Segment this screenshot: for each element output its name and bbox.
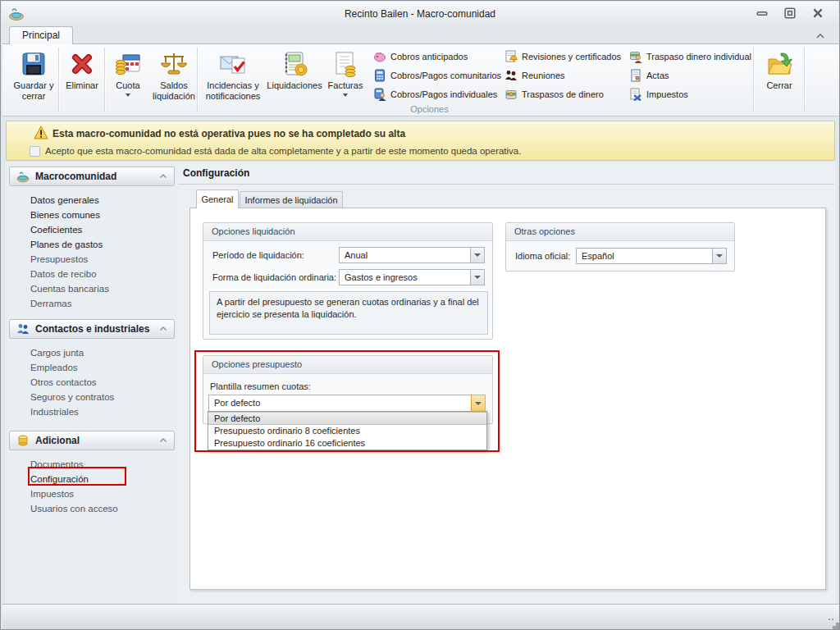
dropdown-button[interactable] — [712, 249, 726, 263]
ribbon-tabstrip: Principal — [2, 26, 838, 43]
sidebar-item-presupuestos[interactable]: Presupuestos — [6, 252, 178, 267]
reuniones-button[interactable]: Reuniones — [504, 68, 565, 83]
cobros-pagos-comunitarios-label: Cobros/Pagos comunitarios — [390, 71, 501, 80]
ribbon-separator — [804, 48, 805, 112]
sidebar-item-cuentas-bancarias[interactable]: Cuentas bancarias — [6, 281, 178, 296]
ribbon: Guardar y cerrar Eliminar Cuota Saldos l… — [2, 43, 839, 116]
minimize-button[interactable] — [755, 7, 769, 19]
cobros-pagos-individuales-button[interactable]: Cobros/Pagos individuales — [373, 87, 497, 102]
reuniones-label: Reuniones — [522, 71, 565, 80]
cobros-pagos-comunitarios-button[interactable]: Cobros/Pagos comunitarios — [373, 68, 501, 83]
sidebar-item-datos-generales[interactable]: Datos generales — [6, 193, 178, 208]
cobros-pagos-individuales-label: Cobros/Pagos individuales — [390, 89, 497, 99]
periodo-liquidacion-label: Período de liquidación: — [212, 250, 304, 260]
cerrar-label: Cerrar — [766, 80, 792, 91]
plantilla-resumen-cuotas-label: Plantilla resumen cuotas: — [210, 381, 311, 391]
calculator-person-icon — [373, 88, 386, 101]
periodo-liquidacion-select[interactable]: Anual — [339, 247, 485, 263]
dropdown-button[interactable] — [470, 248, 484, 262]
sidebar-item-seguros-y-contratos[interactable]: Seguros y contratos — [6, 390, 178, 404]
sidebar-section-macrocomunidad[interactable]: Macrocomunidad — [9, 167, 175, 186]
sidebar-item-cargos-junta[interactable]: Cargos junta — [6, 345, 178, 360]
warning-banner: Esta macro-comunidad no está operativa p… — [6, 121, 835, 161]
chevron-up-icon — [159, 437, 167, 444]
incidencias-label: Incidencias y notificaciones — [201, 80, 265, 102]
save-close-button[interactable]: Guardar y cerrar — [11, 47, 57, 114]
plantilla-resumen-cuotas-select[interactable]: Por defecto — [208, 395, 486, 412]
ribbon-collapse-icon[interactable] — [815, 31, 826, 41]
sidebar-item-derramas[interactable]: Derramas — [6, 296, 178, 311]
periodo-value: Anual — [340, 248, 470, 262]
traspasos-dinero-label: Traspasos de dinero — [522, 89, 604, 99]
calculator-icon — [373, 69, 386, 82]
dropdown-option-presupuesto-16[interactable]: Presupuesto ordinario 16 coeficientes — [208, 437, 486, 450]
sidebar-item-empleados[interactable]: Empleados — [6, 360, 178, 375]
facturas-label: Facturas — [328, 80, 363, 91]
save-icon — [20, 50, 48, 78]
dropdown-button[interactable] — [470, 270, 484, 285]
plantilla-value: Por defecto — [209, 395, 471, 411]
groupbox-opciones-liquidacion: Opciones liquidación Período de liquidac… — [203, 222, 493, 340]
actas-label: Actas — [646, 71, 669, 80]
tab-general[interactable]: General — [196, 189, 239, 208]
tab-principal[interactable]: Principal — [9, 26, 73, 44]
sidebar-item-bienes-comunes[interactable]: Bienes comunes — [6, 208, 178, 222]
save-close-label: Guardar y cerrar — [11, 80, 57, 102]
accept-checkbox[interactable] — [30, 146, 40, 157]
document-tax-icon — [629, 88, 642, 101]
database-cylinder-icon — [16, 434, 30, 447]
document-ribbon-icon — [629, 69, 642, 82]
dropdown-option-presupuesto-8[interactable]: Presupuesto ordinario 8 coeficientes — [208, 425, 486, 437]
sidebar-section-contactos[interactable]: Contactos e industriales — [9, 319, 175, 339]
traspasos-dinero-button[interactable]: Traspasos de dinero — [504, 87, 604, 102]
chevron-down-icon — [716, 254, 723, 258]
window-title: Recinto Bailen - Macro-comunidad — [2, 8, 838, 20]
chevron-down-icon — [343, 94, 348, 97]
invoice-coins-icon — [331, 50, 359, 78]
groupbox-title: Opciones liquidación — [203, 223, 492, 241]
liquidacion-info-text: A partir del presupuesto se generan cuot… — [209, 291, 488, 335]
sidebar-item-industriales[interactable]: Industriales — [6, 404, 178, 419]
content-panel: Opciones liquidación Período de liquidac… — [189, 208, 826, 590]
piggy-bank-icon — [373, 50, 386, 63]
resize-grip[interactable] — [828, 618, 836, 626]
sidebar: Macrocomunidad Datos generales Bienes co… — [6, 162, 178, 604]
chevron-down-icon — [126, 94, 130, 97]
envelope-check-icon — [219, 50, 247, 78]
forma-liquidacion-label: Forma de liquidación ordinaria: — [212, 272, 336, 282]
actas-button[interactable]: Actas — [629, 68, 669, 83]
revisiones-certificados-button[interactable]: Revisiones y certificados — [504, 49, 621, 64]
liquidaciones-label: Liquidaciones — [267, 80, 322, 91]
dropdown-button-active[interactable] — [471, 395, 485, 411]
plantilla-dropdown-list: Por defecto Presupuesto ordinario 8 coef… — [208, 411, 487, 450]
idioma-oficial-label: Idioma oficial: — [515, 251, 570, 261]
people-icon — [504, 69, 518, 82]
sidebar-section-adicional[interactable]: Adicional — [9, 431, 175, 450]
page-title: Configuración — [183, 167, 249, 179]
wallet-money-icon — [504, 88, 518, 101]
cerrar-button[interactable]: Cerrar — [756, 47, 803, 114]
dropdown-option-por-defecto[interactable]: Por defecto — [208, 412, 486, 425]
delete-button[interactable]: Eliminar — [60, 47, 104, 114]
close-window-button[interactable] — [810, 7, 825, 19]
idioma-oficial-select[interactable]: Español — [576, 248, 727, 264]
sidebar-item-impuestos[interactable]: Impuestos — [6, 486, 178, 501]
impuestos-ribbon-button[interactable]: Impuestos — [629, 87, 688, 102]
sidebar-item-documentos[interactable]: Documentos — [6, 457, 178, 472]
wallet-person-icon — [629, 50, 642, 63]
sidebar-item-coeficientes[interactable]: Coeficientes — [6, 222, 178, 237]
warning-triangle-icon — [34, 126, 48, 139]
tab-informes-liquidacion[interactable]: Informes de liquidación — [240, 191, 343, 208]
sidebar-item-otros-contactos[interactable]: Otros contactos — [6, 375, 178, 390]
sidebar-item-planes-de-gastos[interactable]: Planes de gastos — [6, 237, 178, 252]
restore-button[interactable] — [783, 7, 797, 19]
sidebar-item-configuracion[interactable]: Configuración — [6, 472, 178, 486]
folder-exit-icon — [765, 50, 793, 78]
forma-liquidacion-select[interactable]: Gastos e ingresos — [339, 269, 485, 285]
document-bell-icon — [504, 50, 518, 63]
sidebar-item-usuarios-con-acceso[interactable]: Usuarios con acceso — [6, 501, 178, 516]
sidebar-item-datos-de-recibo[interactable]: Datos de recibo — [6, 267, 178, 281]
cobros-anticipados-button[interactable]: Cobros anticipados — [373, 49, 468, 64]
app-window: Recinto Bailen - Macro-comunidad Princip… — [0, 0, 840, 630]
traspaso-dinero-individual-button[interactable]: Traspaso dinero individual — [629, 49, 751, 64]
